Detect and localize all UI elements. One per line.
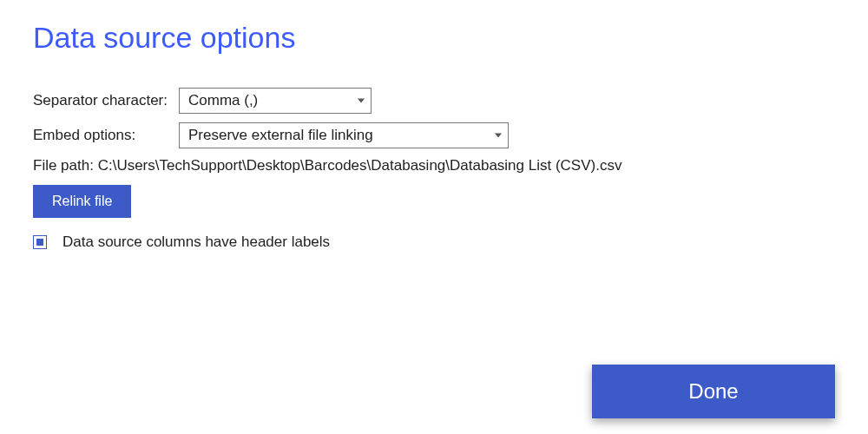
checkbox-checked-icon <box>36 239 43 246</box>
separator-select[interactable]: Comma (,) <box>179 88 372 114</box>
header-labels-text: Data source columns have header labels <box>62 233 330 251</box>
separator-value: Comma (,) <box>188 92 258 109</box>
header-labels-checkbox[interactable] <box>33 235 47 249</box>
separator-label: Separator character: <box>33 92 179 109</box>
embed-row: Embed options: Preserve external file li… <box>33 122 835 148</box>
embed-select[interactable]: Preserve external file linking <box>179 122 509 148</box>
filepath-row: File path: C:\Users\TechSupport\Desktop\… <box>33 157 835 174</box>
header-labels-row: Data source columns have header labels <box>33 233 835 251</box>
separator-row: Separator character: Comma (,) <box>33 88 835 114</box>
page-title: Data source options <box>33 21 835 55</box>
done-button[interactable]: Done <box>592 365 835 418</box>
embed-label: Embed options: <box>33 127 179 144</box>
relink-file-button[interactable]: Relink file <box>33 185 131 218</box>
filepath-value: C:\Users\TechSupport\Desktop\Barcodes\Da… <box>98 157 622 174</box>
filepath-label: File path: <box>33 157 98 174</box>
embed-value: Preserve external file linking <box>188 127 373 144</box>
